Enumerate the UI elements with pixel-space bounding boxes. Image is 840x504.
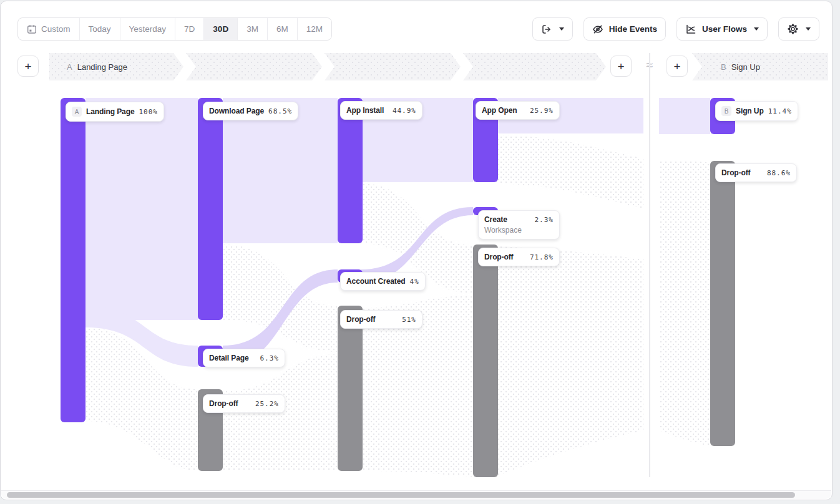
drop-off-step-4-bar[interactable]	[473, 245, 498, 477]
landing-page-letter-badge: A	[72, 107, 82, 117]
account-created-label: Account Created	[346, 277, 406, 286]
create-workspace-percentage: 2.3%	[535, 216, 554, 224]
drop-off-step-4-percentage: 71.8%	[530, 253, 554, 261]
landing-page-percentage: 100%	[139, 108, 158, 116]
app-install-percentage: 44.9%	[393, 107, 416, 115]
drop-off-step-3-label: Drop-off	[346, 315, 376, 324]
landing-page-card[interactable]: ALanding Page100%	[66, 102, 164, 122]
sign-up-label: Sign Up	[736, 107, 764, 115]
drop-off-step-3-card[interactable]: Drop-off51%	[340, 310, 422, 329]
download-page-percentage: 68.5%	[268, 107, 292, 115]
app-install-card[interactable]: App Install44.9%	[340, 101, 422, 120]
create-workspace-label: Create	[484, 215, 507, 224]
drop-off-flow-b-bar[interactable]	[710, 161, 735, 446]
sign-up-letter-badge: B	[721, 106, 731, 116]
download-page-card[interactable]: Download Page68.5%	[203, 102, 298, 120]
account-created-percentage: 4%	[410, 278, 419, 286]
app-open-percentage: 25.9%	[530, 107, 554, 115]
app-window: Custom Today Yesterday 7D 30D 3M 6M 12M …	[0, 1, 833, 500]
landing-page-label: Landing Page	[86, 107, 134, 116]
account-created-card[interactable]: Account Created4%	[340, 272, 426, 291]
app-install-label: App Install	[346, 106, 384, 115]
drop-off-flow-b-card[interactable]: Drop-off88.6%	[715, 163, 797, 182]
sign-up-card[interactable]: BSign Up11.4%	[715, 101, 798, 121]
detail-page-percentage: 6.3%	[260, 354, 280, 362]
drop-off-step-4-card[interactable]: Drop-off71.8%	[478, 248, 560, 266]
create-workspace-label-line2: Workspace	[484, 226, 554, 235]
download-page-bar[interactable]	[198, 98, 223, 320]
drop-off-step-2-card[interactable]: Drop-off25.2%	[203, 394, 285, 413]
create-workspace-card[interactable]: Create2.3%Workspace	[478, 210, 560, 240]
app-open-label: App Open	[482, 106, 517, 115]
sign-up-percentage: 11.4%	[768, 107, 792, 115]
drop-off-step-2-label: Drop-off	[209, 399, 238, 408]
detail-page-label: Detail Page	[209, 354, 249, 362]
drop-off-step-2-percentage: 25.2%	[255, 400, 279, 408]
app-open-card[interactable]: App Open25.9%	[476, 101, 560, 120]
detail-page-card[interactable]: Detail Page6.3%	[203, 349, 285, 367]
sankey-chart: ALanding Page100%Download Page68.5%Detai…	[1, 1, 833, 500]
drop-off-flow-b-label: Drop-off	[721, 168, 751, 177]
download-page-label: Download Page	[209, 107, 264, 115]
drop-off-step-3-bar[interactable]	[338, 306, 363, 471]
landing-page-bar[interactable]	[61, 98, 85, 422]
drop-off-step-3-percentage: 51%	[402, 316, 416, 324]
drop-off-step-4-label: Drop-off	[484, 253, 514, 261]
drop-off-flow-b-percentage: 88.6%	[767, 169, 791, 177]
